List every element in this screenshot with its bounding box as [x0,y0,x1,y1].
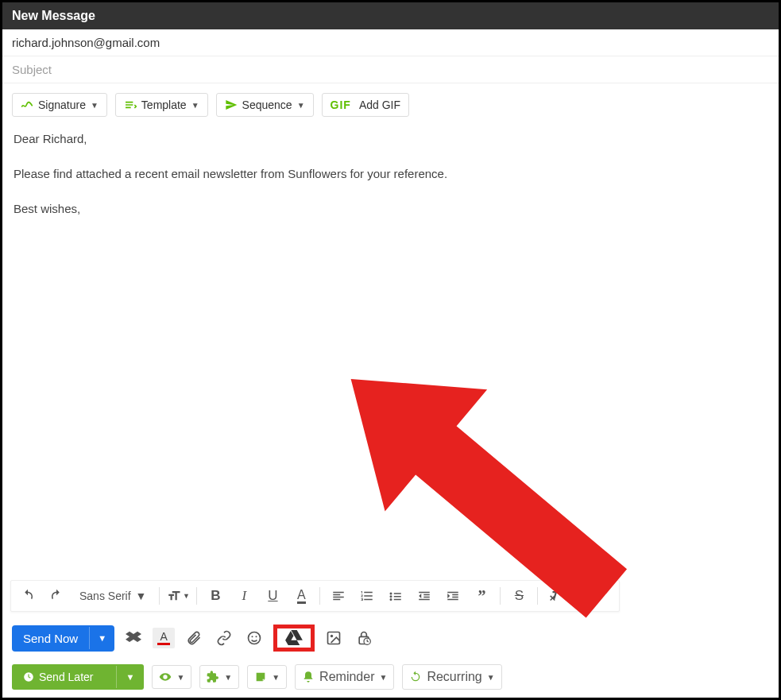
clear-formatting-button[interactable] [544,584,568,608]
add-gif-button[interactable]: GIF Add GIF [322,93,409,117]
separator [159,587,160,605]
template-label: Template [141,99,187,111]
chevron-down-icon: ▼ [272,673,280,682]
indent-less-button[interactable] [412,584,436,608]
emoji-button[interactable] [243,627,265,649]
dropbox-button[interactable] [122,627,145,649]
confidential-button[interactable] [353,627,375,649]
sequence-icon [225,99,238,111]
bell-icon [302,671,315,683]
strikethrough-button[interactable]: S [507,584,531,608]
chevron-down-icon: ▼ [176,673,184,682]
undo-icon [21,589,35,603]
note-icon [254,671,267,683]
redo-button[interactable] [44,584,68,608]
message-body[interactable]: Dear Richard, Please find attached a rec… [2,122,779,242]
chevron-down-icon: ▼ [224,673,232,682]
puzzle-icon [207,671,219,683]
recurring-button[interactable]: Recurring ▼ [402,664,501,690]
primary-actions: Send Now ▼ A [12,625,769,652]
font-size-button[interactable]: ▼ [166,584,190,608]
subject-field[interactable]: Subject [2,56,779,83]
bullet-list-button[interactable] [384,584,408,608]
text-color-icon: A [297,589,306,604]
align-button[interactable] [327,584,350,608]
reminder-button[interactable]: Reminder ▼ [295,664,394,690]
strikethrough-icon: S [515,588,524,604]
chevron-down-icon: ▼ [379,673,387,682]
attach-button[interactable] [183,627,205,649]
send-later-button[interactable]: Send Later ▼ [12,664,144,690]
add-gif-label: Add GIF [359,99,400,111]
undo-button[interactable] [16,584,40,608]
svg-point-4 [331,635,333,637]
italic-button[interactable]: I [232,584,256,608]
visibility-button[interactable]: ▼ [152,665,191,689]
sequence-label: Sequence [242,99,292,111]
secondary-actions: Send Later ▼ ▼ ▼ ▼ Reminder ▼ Recurring … [12,664,769,690]
link-icon [216,630,232,646]
align-icon [331,589,346,603]
format-toolbar: Sans Serif ▼ ▼ B I U A ” S [10,580,620,612]
svg-point-1 [252,636,253,637]
extension-button[interactable]: ▼ [199,665,239,689]
dropbox-icon [126,630,141,646]
to-value: richard.johnson@gmail.com [12,36,160,49]
separator [500,587,501,605]
quote-icon: ” [477,587,485,605]
recurring-label: Recurring [427,670,481,684]
send-later-label: Send Later [39,671,94,683]
chevron-down-icon: ▼ [297,101,305,110]
send-later-dropdown[interactable]: ▼ [116,666,145,688]
signature-button[interactable]: Signature ▼ [12,93,107,117]
eye-icon [159,671,172,683]
window-header: New Message [2,2,779,29]
text-color-button[interactable]: A [289,584,313,608]
chevron-down-icon: ▼ [136,590,147,602]
composer-toolbar: Signature ▼ Template ▼ Sequence ▼ GIF Ad… [2,83,779,122]
send-now-button[interactable]: Send Now ▼ [12,625,114,652]
body-signoff: Best wishes, [14,199,767,219]
numbered-list-icon [360,589,374,603]
svg-point-0 [249,632,261,644]
separator [319,587,320,605]
numbered-list-button[interactable] [355,584,379,608]
drive-button-highlighted[interactable] [273,625,315,652]
body-line: Please find attached a recent email news… [14,164,767,184]
indent-more-button[interactable] [441,584,465,608]
insert-photo-button[interactable] [323,627,345,649]
sequence-button[interactable]: Sequence ▼ [216,93,314,117]
clear-format-icon [549,589,563,603]
separator [196,587,197,605]
bullet-list-icon [389,589,403,603]
clock-icon [23,671,34,683]
recurring-icon [409,671,422,683]
redo-icon [49,589,64,603]
lock-clock-icon [356,630,372,646]
font-family-label: Sans Serif [79,590,131,602]
link-button[interactable] [213,627,235,649]
font-family-select[interactable]: Sans Serif ▼ [73,590,153,602]
indent-more-icon [446,589,460,603]
gif-icon: GIF [331,99,351,111]
template-button[interactable]: Template ▼ [115,93,208,117]
italic-icon: I [242,588,247,604]
reminder-label: Reminder [319,670,374,684]
bold-icon: B [211,588,220,604]
send-now-dropdown[interactable]: ▼ [89,627,114,649]
window-title: New Message [12,9,95,22]
signature-label: Signature [38,99,86,111]
tracking-button[interactable]: A [153,628,175,648]
quote-button[interactable]: ” [470,584,493,608]
letter-a-icon: A [160,631,167,642]
indent-less-icon [417,589,431,603]
signature-icon [21,99,33,111]
google-drive-icon [285,630,303,646]
to-field[interactable]: richard.johnson@gmail.com [2,29,779,56]
underline-button[interactable]: U [261,584,284,608]
subject-placeholder: Subject [12,63,52,76]
body-greeting: Dear Richard, [14,130,767,149]
chevron-down-icon: ▼ [487,673,495,682]
notes-button[interactable]: ▼ [247,665,287,689]
bold-button[interactable]: B [203,584,227,608]
